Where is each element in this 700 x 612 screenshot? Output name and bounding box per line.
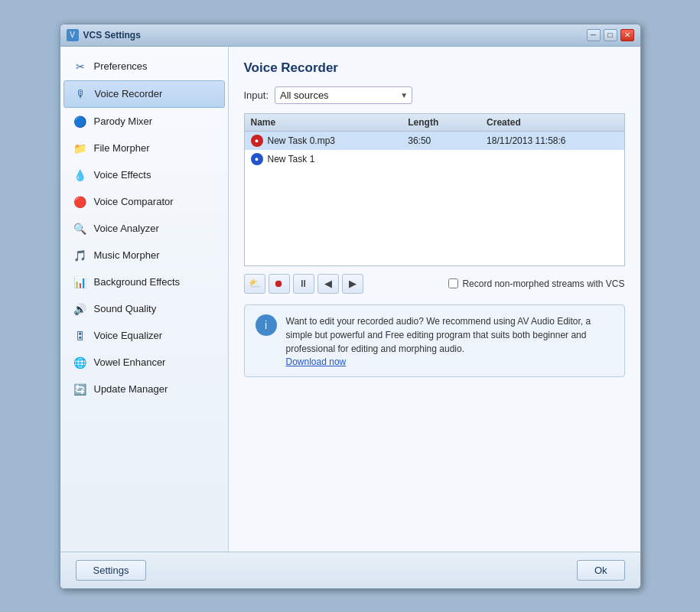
input-dropdown-wrap: All sourcesMicrophoneLine InStereo Mix ▼ [275, 86, 412, 104]
cell-length-0: 36:50 [408, 135, 487, 146]
sidebar-item-voice-effects[interactable]: 💧 Voice Effects [63, 162, 225, 188]
sidebar-icon-voice-recorder: 🎙 [73, 86, 89, 102]
sidebar-icon-voice-analyzer: 🔍 [73, 221, 88, 236]
col-created: Created [487, 117, 617, 128]
sidebar-icon-background-effects: 📊 [73, 275, 88, 290]
info-content: Want to edit your recorded audio? We rec… [286, 314, 614, 367]
settings-button[interactable]: Settings [76, 560, 147, 581]
sidebar-icon-update-manager: 🔄 [73, 382, 88, 397]
record-next-button[interactable]: ▶ [342, 274, 363, 294]
record-upload-button[interactable]: ⛅ [244, 274, 265, 294]
sidebar-item-vowel-enhancer[interactable]: 🌐 Vowel Enhancer [63, 350, 225, 376]
sidebar-icon-music-morpher: 🎵 [73, 248, 88, 263]
record-prev-button[interactable]: ◀ [317, 274, 339, 294]
sidebar-label-preferences: Preferences [94, 60, 148, 72]
sidebar-item-music-morpher[interactable]: 🎵 Music Morpher [63, 243, 225, 269]
window-controls: ─ □ ✕ [587, 29, 634, 41]
sidebar-item-preferences[interactable]: ✂ Preferences [63, 54, 225, 80]
sidebar-label-sound-quality: Sound Quality [94, 303, 157, 314]
content-area: ✂ Preferences 🎙 Voice Recorder 🔵 Parody … [60, 47, 640, 552]
row-icon-0: ● [251, 135, 263, 147]
sidebar-icon-voice-effects: 💧 [73, 168, 88, 183]
record-check-area: Record non-morphed streams with VCS [448, 278, 624, 289]
sidebar-label-voice-recorder: Voice Recorder [95, 88, 163, 99]
sidebar-item-voice-equalizer[interactable]: 🎛 Voice Equalizer [63, 323, 225, 349]
record-pause-button[interactable]: ⏸ [293, 274, 314, 294]
sidebar-item-voice-recorder[interactable]: 🎙 Voice Recorder [63, 80, 225, 108]
sidebar-item-background-effects[interactable]: 📊 Background Effects [63, 269, 225, 295]
sidebar-item-parody-mixer[interactable]: 🔵 Parody Mixer [63, 109, 225, 135]
input-row: Input: All sourcesMicrophoneLine InStere… [244, 86, 625, 104]
recordings-table: Name Length Created ● New Task 0.mp3 36:… [244, 113, 625, 266]
table-header: Name Length Created [245, 114, 624, 132]
ok-button[interactable]: Ok [577, 560, 625, 581]
info-text: Want to edit your recorded audio? We rec… [286, 314, 614, 356]
sidebar-item-update-manager[interactable]: 🔄 Update Manager [63, 376, 225, 402]
table-row[interactable]: ● New Task 0.mp3 36:50 18/11/2013 11:58:… [245, 132, 624, 150]
input-dropdown[interactable]: All sourcesMicrophoneLine InStereo Mix [275, 86, 412, 104]
cell-created-0: 18/11/2013 11:58:6 [487, 135, 617, 146]
title-bar-left: V VCS Settings [67, 29, 141, 41]
sidebar-label-voice-comparator: Voice Comparator [94, 196, 174, 207]
record-stop-button[interactable]: ⏺ [269, 274, 290, 294]
sidebar-label-voice-analyzer: Voice Analyzer [94, 223, 159, 234]
sidebar-label-voice-effects: Voice Effects [94, 169, 151, 181]
sidebar-icon-parody-mixer: 🔵 [73, 114, 88, 129]
sidebar-icon-preferences: ✂ [73, 59, 88, 74]
main-window: V VCS Settings ─ □ ✕ ✂ Preferences 🎙 Voi… [60, 24, 641, 589]
sidebar-label-background-effects: Background Effects [94, 276, 181, 288]
row-icon-1: ● [251, 153, 263, 165]
sidebar-label-voice-equalizer: Voice Equalizer [94, 330, 163, 341]
sidebar-label-parody-mixer: Parody Mixer [94, 116, 153, 127]
panel-title: Voice Recorder [244, 60, 625, 76]
cell-name-0: ● New Task 0.mp3 [251, 135, 409, 147]
sidebar-item-voice-analyzer[interactable]: 🔍 Voice Analyzer [63, 216, 225, 242]
download-link[interactable]: Download now [286, 356, 347, 367]
sidebar-item-sound-quality[interactable]: 🔊 Sound Quality [63, 296, 225, 322]
sidebar-label-file-morpher: File Morpher [94, 142, 150, 154]
sidebar: ✂ Preferences 🎙 Voice Recorder 🔵 Parody … [60, 47, 229, 552]
sidebar-label-update-manager: Update Manager [94, 383, 168, 395]
input-label: Input: [244, 90, 269, 101]
restore-button[interactable]: □ [604, 29, 617, 41]
minimize-button[interactable]: ─ [587, 29, 601, 41]
sidebar-label-vowel-enhancer: Vowel Enhancer [94, 356, 166, 368]
sidebar-item-voice-comparator[interactable]: 🔴 Voice Comparator [63, 189, 225, 215]
record-nonmorphed-checkbox[interactable] [448, 278, 458, 288]
recorder-toolbar: ⛅⏺⏸◀▶ Record non-morphed streams with VC… [244, 274, 625, 294]
sidebar-icon-voice-comparator: 🔴 [73, 194, 88, 210]
title-bar: V VCS Settings ─ □ ✕ [60, 24, 640, 47]
app-icon: V [67, 29, 79, 41]
sidebar-icon-file-morpher: 📁 [73, 141, 88, 156]
info-box: i Want to edit your recorded audio? We r… [244, 304, 625, 377]
sidebar-item-file-morpher[interactable]: 📁 File Morpher [63, 135, 225, 161]
sidebar-icon-sound-quality: 🔊 [73, 301, 88, 317]
record-checkbox-label: Record non-morphed streams with VCS [462, 278, 624, 289]
info-icon: i [256, 314, 277, 336]
col-name: Name [251, 117, 409, 128]
close-button[interactable]: ✕ [620, 29, 634, 41]
footer: Settings Ok [60, 552, 640, 588]
table-row[interactable]: ● New Task 1 [245, 150, 624, 168]
col-length: Length [408, 117, 487, 128]
main-panel: Voice Recorder Input: All sourcesMicroph… [229, 47, 640, 552]
sidebar-icon-vowel-enhancer: 🌐 [73, 355, 88, 370]
cell-name-1: ● New Task 1 [251, 153, 409, 165]
sidebar-label-music-morpher: Music Morpher [94, 249, 160, 261]
window-title: VCS Settings [83, 30, 141, 41]
sidebar-icon-voice-equalizer: 🎛 [73, 328, 88, 343]
